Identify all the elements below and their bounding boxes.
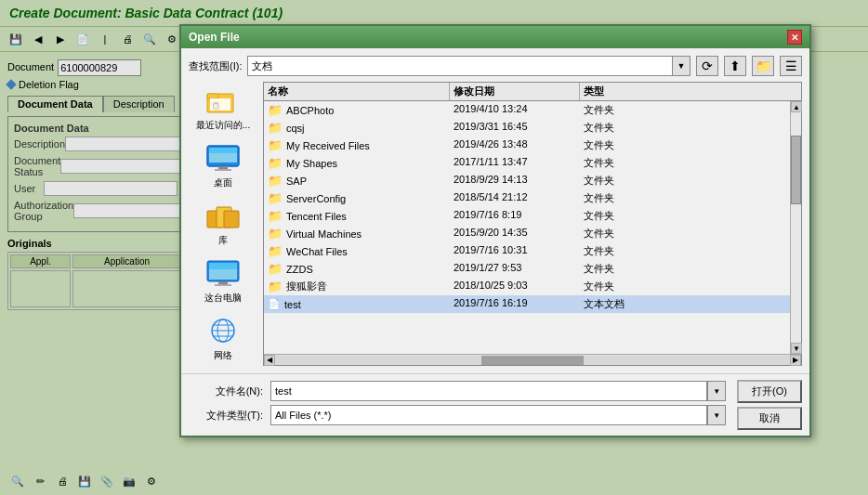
filename-label: 文件名(N): — [189, 384, 263, 398]
scroll-track[interactable] — [791, 112, 801, 343]
filetype-label: 文件类型(T): — [189, 409, 263, 423]
scroll-left-arrow[interactable]: ◀ — [264, 355, 275, 366]
file-date-cell: 2019/1/27 9:53 — [450, 261, 580, 277]
open-button[interactable]: 打开(O) — [737, 380, 802, 403]
nav-up-btn[interactable]: ⬆ — [724, 56, 746, 76]
network-icon — [204, 316, 242, 345]
filename-dropdown[interactable]: ▼ — [707, 381, 726, 401]
svg-rect-9 — [215, 169, 231, 171]
file-row[interactable]: 📁My Received Files2019/4/26 13:48文件夹 — [264, 137, 790, 154]
nav-item-network[interactable]: 网络 — [189, 312, 257, 366]
nav-back-btn[interactable]: ⟳ — [696, 56, 718, 76]
file-name-text: ABCPhoto — [286, 105, 334, 116]
file-date-cell: 2019/4/26 13:48 — [450, 137, 580, 153]
file-type-cell: 文件夹 — [580, 279, 654, 294]
file-row[interactable]: 📁SAP2018/9/29 14:13文件夹 — [264, 172, 790, 189]
scroll-up-arrow[interactable]: ▲ — [791, 101, 802, 112]
file-type-cell: 文件夹 — [580, 137, 654, 153]
folder-icon: 📁 — [268, 262, 283, 276]
file-row[interactable]: 📁WeChat Files2019/7/16 10:31文件夹 — [264, 242, 790, 260]
svg-rect-16 — [218, 281, 228, 284]
nav-folder-btn[interactable]: 📁 — [752, 56, 774, 76]
file-name-text: Tencent Files — [286, 211, 347, 222]
file-name-cell: 📄test — [264, 296, 450, 312]
filename-input-wrap: ▼ — [270, 381, 726, 401]
file-date-cell: 2017/1/11 13:47 — [450, 155, 580, 171]
folder-icon: 📁 — [268, 227, 283, 241]
file-row[interactable]: 📁ZZDS2019/1/27 9:53文件夹 — [264, 260, 790, 278]
nav-input-wrap: ▼ — [247, 56, 690, 76]
file-row[interactable]: 📁My Shapes2017/1/11 13:47文件夹 — [264, 154, 790, 172]
file-row[interactable]: 📁搜狐影音2018/10/25 9:03文件夹 — [264, 278, 790, 295]
right-scrollbar[interactable]: ▲ ▼ — [790, 101, 801, 354]
dialog-footer: 文件名(N): ▼ 文件类型(T): ▼ 打开(O) 取消 — [181, 373, 809, 436]
filetype-input[interactable] — [270, 405, 707, 425]
svg-rect-7 — [209, 148, 237, 153]
file-date-cell: 2019/4/10 13:24 — [450, 102, 580, 118]
nav-item-library[interactable]: 库 — [189, 197, 257, 251]
nav-item-recent[interactable]: 📋 最近访问的... — [189, 82, 257, 136]
file-row[interactable]: 📁cqsj2019/3/31 16:45文件夹 — [264, 119, 790, 137]
horizontal-scrollbar[interactable]: ◀ ▶ — [264, 354, 801, 365]
open-file-dialog: Open File ✕ 查找范围(I): ▼ ⟳ ⬆ 📁 ☰ — [179, 24, 811, 437]
file-type-cell: 文件夹 — [580, 261, 654, 277]
footer-inputs: 文件名(N): ▼ 文件类型(T): ▼ — [189, 381, 726, 429]
folder-icon: 📁 — [268, 209, 283, 223]
file-row[interactable]: 📁ABCPhoto2019/4/10 13:24文件夹 — [264, 101, 790, 119]
file-name-cell: 📁WeChat Files — [264, 243, 450, 259]
dialog-buttons: 打开(O) 取消 — [737, 380, 802, 430]
file-type-cell: 文件夹 — [580, 120, 654, 136]
h-scroll-track[interactable] — [275, 356, 790, 365]
file-date-cell: 2019/7/16 16:19 — [450, 296, 580, 312]
scroll-thumb — [791, 136, 801, 204]
file-list: 📁ABCPhoto2019/4/10 13:24文件夹📁cqsj2019/3/3… — [264, 101, 790, 354]
scroll-right-arrow[interactable]: ▶ — [790, 355, 801, 366]
folder-icon: 📁 — [268, 280, 283, 293]
filename-input[interactable] — [270, 381, 707, 401]
filetype-dropdown[interactable]: ▼ — [707, 405, 726, 425]
file-name-cell: 📁ServerConfig — [264, 190, 450, 206]
filetype-input-wrap: ▼ — [270, 405, 726, 425]
dialog-nav-bar: 查找范围(I): ▼ ⟳ ⬆ 📁 ☰ — [189, 56, 802, 76]
nav-view-btn[interactable]: ☰ — [780, 56, 802, 76]
scroll-down-arrow[interactable]: ▼ — [791, 343, 802, 354]
folder-icon: 📁 — [268, 191, 283, 205]
file-row[interactable]: 📁ServerConfig2018/5/14 21:12文件夹 — [264, 189, 790, 207]
svg-rect-17 — [215, 284, 231, 286]
recent-icon: 📋 — [204, 85, 242, 115]
svg-rect-8 — [218, 166, 228, 169]
file-date-cell: 2018/10/25 9:03 — [450, 279, 580, 294]
nav-dropdown-arrow[interactable]: ▼ — [672, 56, 690, 76]
nav-item-desktop[interactable]: 桌面 — [189, 139, 257, 193]
file-name-text: My Received Files — [286, 140, 370, 151]
file-row[interactable]: 📄test2019/7/16 16:19文本文档 — [264, 295, 790, 313]
col-header-name: 名称 — [264, 83, 450, 100]
file-type-cell: 文件夹 — [580, 243, 654, 259]
folder-icon: 📁 — [268, 103, 283, 117]
nav-label: 查找范围(I): — [189, 59, 242, 73]
col-header-type: 类型 — [580, 83, 654, 100]
file-name-cell: 📁cqsj — [264, 120, 450, 136]
file-name-cell: 📁搜狐影音 — [264, 279, 450, 294]
file-row[interactable]: 📁Tencent Files2019/7/16 8:19文件夹 — [264, 207, 790, 225]
cancel-button[interactable]: 取消 — [737, 407, 802, 430]
network-label: 网络 — [214, 349, 232, 362]
file-name-text: SAP — [286, 176, 307, 187]
h-scroll-thumb — [481, 356, 585, 365]
nav-item-computer[interactable]: 这台电脑 — [189, 254, 257, 308]
dialog-title: Open File — [189, 31, 240, 44]
folder-icon: 📁 — [268, 244, 283, 258]
dialog-close-button[interactable]: ✕ — [787, 30, 802, 45]
desktop-label: 桌面 — [214, 176, 232, 189]
file-list-container: 名称 修改日期 类型 📁ABCPhoto2019/4/10 13:24文件夹📁c… — [263, 82, 802, 366]
filename-row: 文件名(N): ▼ — [189, 381, 726, 401]
file-name-cell: 📁Virtual Machines — [264, 226, 450, 241]
file-row[interactable]: 📁Virtual Machines2015/9/20 14:35文件夹 — [264, 225, 790, 242]
file-type-cell: 文件夹 — [580, 102, 654, 118]
filetype-row: 文件类型(T): ▼ — [189, 405, 726, 425]
computer-icon — [204, 258, 242, 288]
nav-path-input[interactable] — [247, 56, 690, 76]
svg-rect-1 — [207, 94, 218, 98]
left-nav-panel: 📋 最近访问的... — [189, 82, 263, 366]
file-list-header: 名称 修改日期 类型 — [264, 83, 801, 101]
